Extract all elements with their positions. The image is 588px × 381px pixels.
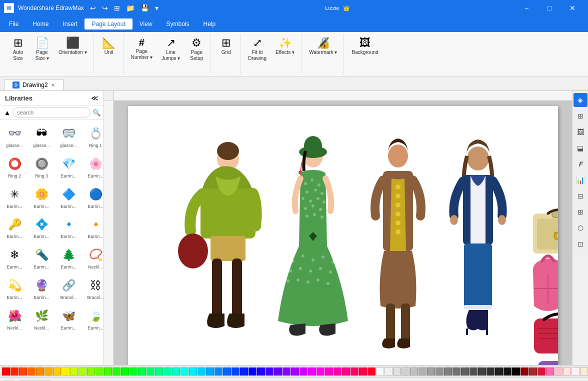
color-swatch[interactable]: [580, 368, 588, 376]
color-swatch[interactable]: [402, 368, 410, 376]
close-button[interactable]: ✕: [561, 0, 584, 16]
library-item-bracelet1[interactable]: 🔗 Bracel...: [56, 274, 81, 302]
library-item-earring4[interactable]: 🌼 Earrin...: [29, 183, 54, 212]
color-swatch[interactable]: [130, 368, 138, 376]
color-swatch[interactable]: [10, 368, 18, 376]
sidebar-nav-up[interactable]: ▲: [4, 109, 10, 116]
color-swatch[interactable]: [478, 368, 486, 376]
menu-view[interactable]: View: [132, 18, 160, 30]
color-swatch[interactable]: [146, 368, 154, 376]
minimize-button[interactable]: −: [515, 0, 538, 16]
color-swatch[interactable]: [572, 368, 580, 376]
library-item-earring3[interactable]: ✳ Earrin...: [2, 183, 27, 212]
color-swatch[interactable]: [70, 368, 78, 376]
new-button[interactable]: ⊞: [112, 3, 122, 13]
watermark-button[interactable]: 🔏 Watermark ▾: [306, 35, 340, 58]
library-item-necklace3[interactable]: 🌿 Neckl...: [29, 304, 54, 333]
library-item-earring1[interactable]: 💎 Earrin...: [56, 152, 81, 181]
library-item-earring11[interactable]: ❄ Earrin...: [2, 244, 27, 272]
color-swatch[interactable]: [334, 368, 342, 376]
color-swatch[interactable]: [214, 368, 222, 376]
page-size-button[interactable]: 📄 PageSize ▾: [31, 35, 53, 64]
color-swatch[interactable]: [274, 368, 282, 376]
color-swatch[interactable]: [248, 368, 256, 376]
page-number-button[interactable]: # PageNumber ▾: [128, 35, 156, 63]
orientation-button[interactable]: ⬛ Orientation ▾: [55, 35, 90, 58]
fit-to-drawing-button[interactable]: ⤢ Fit toDrawing: [244, 35, 270, 64]
color-swatch[interactable]: [155, 368, 163, 376]
color-swatch[interactable]: [342, 368, 350, 376]
color-swatch[interactable]: [198, 368, 206, 376]
color-swatch[interactable]: [44, 368, 52, 376]
library-item-earring13[interactable]: 🌲 Earrin...: [56, 244, 81, 272]
color-swatch[interactable]: [2, 368, 10, 376]
canvas-viewport[interactable]: [114, 101, 572, 365]
format-panel-button[interactable]: 𝙁: [574, 157, 588, 171]
image-panel-button[interactable]: 🖼: [574, 125, 588, 139]
unit-button[interactable]: 📐 Unit: [98, 35, 120, 58]
library-item-earring6[interactable]: 🔵 Earrin...: [83, 183, 104, 212]
maximize-button[interactable]: □: [538, 0, 561, 16]
color-swatch[interactable]: [504, 368, 512, 376]
library-item-glasses1[interactable]: 👓 glasse...: [2, 122, 27, 150]
menu-insert[interactable]: Insert: [56, 18, 84, 30]
color-swatch[interactable]: [325, 368, 333, 376]
color-swatch[interactable]: [282, 368, 290, 376]
color-swatch[interactable]: [350, 368, 358, 376]
search-input[interactable]: [12, 108, 90, 118]
library-item-earring5[interactable]: 🔷 Earrin...: [56, 183, 81, 212]
color-swatch[interactable]: [436, 368, 444, 376]
color-swatch[interactable]: [53, 368, 61, 376]
library-item-glasses2[interactable]: 🕶 glasse...: [29, 122, 54, 150]
auto-size-button[interactable]: ⊞ AutoSize: [7, 35, 29, 64]
menu-home[interactable]: Home: [26, 18, 56, 30]
tab-close-button[interactable]: ✕: [51, 82, 55, 88]
color-swatch[interactable]: [444, 368, 452, 376]
library-item-ring2[interactable]: ⭕ Ring 2: [2, 152, 27, 181]
color-swatch[interactable]: [554, 368, 562, 376]
color-swatch[interactable]: [240, 368, 248, 376]
library-item-earring12[interactable]: 🔦 Earrin...: [29, 244, 54, 272]
color-swatch[interactable]: [368, 368, 376, 376]
library-item-earring2[interactable]: 🌸 Earrin...: [83, 152, 104, 181]
color-swatch[interactable]: [36, 368, 44, 376]
menu-symbols[interactable]: Symbols: [160, 18, 196, 30]
color-swatch[interactable]: [172, 368, 180, 376]
color-swatch[interactable]: [546, 368, 554, 376]
library-item-bracelet2[interactable]: ⛓ Bracel...: [83, 274, 104, 302]
grid-button[interactable]: ⊞ Grid: [215, 35, 237, 58]
color-swatch[interactable]: [121, 368, 129, 376]
color-swatch[interactable]: [410, 368, 418, 376]
chart-panel-button[interactable]: 📊: [574, 173, 588, 187]
color-swatch[interactable]: [486, 368, 494, 376]
redo-button[interactable]: ↪: [100, 3, 110, 13]
color-swatch[interactable]: [266, 368, 274, 376]
color-swatch[interactable]: [206, 368, 214, 376]
color-swatch[interactable]: [520, 368, 528, 376]
library-item-earring8[interactable]: 💠 Earrin...: [29, 213, 54, 242]
color-swatch[interactable]: [418, 368, 426, 376]
library-item-leaf[interactable]: 🍃 Earrin...: [83, 304, 104, 333]
library-item-earring7[interactable]: 🔑 Earrin...: [2, 213, 27, 242]
library-item-ring1[interactable]: 💍 Ring 1: [83, 122, 104, 150]
library-item-butterfly[interactable]: 🦋 Earrin...: [56, 304, 81, 333]
color-swatch[interactable]: [164, 368, 172, 376]
expand-panel-button[interactable]: ⊡: [574, 237, 588, 251]
search-button[interactable]: 🔍: [92, 109, 101, 116]
more-button[interactable]: ▾: [153, 3, 160, 13]
connect-panel-button[interactable]: ⬡: [574, 221, 588, 235]
grid-panel-button[interactable]: ⊞: [574, 109, 588, 123]
color-swatch[interactable]: [28, 368, 36, 376]
page-setup-button[interactable]: ⚙ PageSetup: [186, 35, 208, 64]
shape-panel-button[interactable]: ◈: [574, 93, 588, 107]
color-swatch[interactable]: [112, 368, 120, 376]
table-panel-button[interactable]: ⊟: [574, 189, 588, 203]
library-item-necklace2[interactable]: 🌺 Neckl...: [2, 304, 27, 333]
color-swatch[interactable]: [189, 368, 197, 376]
color-swatch[interactable]: [427, 368, 435, 376]
line-jumps-button[interactable]: ↗ LineJumps ▾: [158, 35, 184, 64]
tab-drawing2[interactable]: D Drawing2 ✕: [4, 79, 64, 90]
arrange-panel-button[interactable]: ⊞: [574, 205, 588, 219]
library-item-earring14[interactable]: 💫 Earrin...: [2, 274, 27, 302]
color-swatch[interactable]: [232, 368, 240, 376]
